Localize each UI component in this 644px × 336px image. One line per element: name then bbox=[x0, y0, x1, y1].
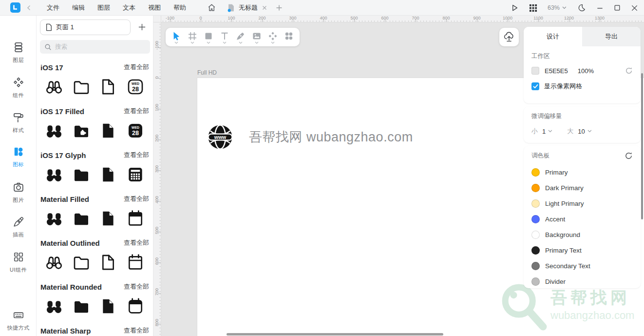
image-tool-chevron-icon[interactable] bbox=[255, 41, 259, 44]
binoculars-icon[interactable] bbox=[43, 207, 65, 230]
palette-item-light-primary[interactable]: Light Primary bbox=[531, 196, 633, 211]
zoom-control[interactable]: 63% bbox=[548, 4, 567, 11]
pen-tool-chevron-icon[interactable] bbox=[239, 41, 243, 44]
shape-tool[interactable] bbox=[203, 31, 214, 44]
shape-tool-chevron-icon[interactable] bbox=[207, 41, 210, 44]
palette-item-divider[interactable]: Divider bbox=[531, 274, 633, 289]
file-icon[interactable] bbox=[97, 75, 119, 99]
apps-grid-icon[interactable] bbox=[529, 4, 537, 12]
search-box[interactable] bbox=[40, 40, 150, 54]
binoculars-icon[interactable] bbox=[43, 295, 65, 318]
file-icon[interactable] bbox=[97, 207, 119, 230]
dark-mode-moon-icon[interactable] bbox=[577, 3, 586, 13]
menu-text[interactable]: 文本 bbox=[116, 0, 142, 16]
pen-tool[interactable] bbox=[235, 31, 246, 44]
tab-close-icon[interactable] bbox=[262, 5, 267, 10]
artboard-label[interactable]: Full HD bbox=[197, 69, 217, 76]
reset-workspace-icon[interactable] bbox=[625, 67, 633, 75]
image-tool[interactable] bbox=[251, 31, 263, 44]
select-tool[interactable] bbox=[170, 31, 182, 44]
folder-icon[interactable] bbox=[71, 75, 92, 99]
menu-edit[interactable]: 编辑 bbox=[66, 0, 91, 16]
tab-export[interactable]: 导出 bbox=[582, 27, 641, 46]
calendar-icon[interactable]: WED28 bbox=[125, 119, 146, 142]
calendar-icon[interactable] bbox=[125, 163, 146, 186]
view-all-link[interactable]: 查看全部 bbox=[124, 282, 149, 291]
calendar-icon[interactable]: WED28 bbox=[125, 75, 146, 99]
chevron-down-icon[interactable] bbox=[548, 130, 552, 133]
menu-layers[interactable]: 图层 bbox=[91, 0, 116, 16]
sidebar-item-ui-kits[interactable]: UI组件 bbox=[0, 251, 37, 274]
menu-help[interactable]: 帮助 bbox=[167, 0, 192, 16]
folder-icon[interactable] bbox=[71, 163, 92, 186]
view-all-link[interactable]: 查看全部 bbox=[124, 107, 149, 116]
add-page-icon[interactable] bbox=[138, 23, 146, 31]
text-tool-chevron-icon[interactable] bbox=[223, 41, 227, 44]
home-icon[interactable] bbox=[207, 3, 216, 12]
sidebar-item-images[interactable]: 图片 bbox=[0, 181, 37, 204]
document-tab[interactable]: 无标题 bbox=[223, 0, 271, 16]
folder-icon[interactable] bbox=[71, 295, 92, 318]
www-globe-icon[interactable]: www bbox=[207, 124, 233, 150]
folder-icon[interactable] bbox=[71, 207, 92, 230]
view-all-link[interactable]: 查看全部 bbox=[124, 238, 149, 247]
sidebar-item-icons[interactable]: 图标 bbox=[0, 145, 37, 168]
new-tab-icon[interactable] bbox=[276, 4, 283, 11]
sidebar-item-illustrations[interactable]: 插画 bbox=[0, 216, 37, 238]
folder-icon[interactable] bbox=[71, 251, 92, 274]
artboard-text[interactable]: 吾帮找网 wubangzhao.com bbox=[249, 128, 413, 146]
calendar-icon[interactable] bbox=[125, 251, 146, 274]
tab-design[interactable]: 设计 bbox=[524, 27, 582, 46]
sidebar-item-components[interactable]: 组件 bbox=[0, 76, 37, 99]
palette-item-primary-text[interactable]: Primary Text bbox=[531, 242, 633, 258]
component-tool[interactable] bbox=[267, 31, 279, 44]
workspace-color-hex[interactable]: E5E5E5 bbox=[545, 67, 568, 75]
vertical-scrollbar[interactable] bbox=[641, 73, 643, 219]
view-all-link[interactable]: 查看全部 bbox=[124, 195, 149, 203]
binoculars-icon[interactable] bbox=[43, 251, 65, 274]
workspace-opacity[interactable]: 100% bbox=[578, 67, 594, 75]
file-icon[interactable] bbox=[97, 119, 119, 142]
search-input[interactable] bbox=[55, 43, 138, 50]
palette-item-dark-primary[interactable]: Dark Primary bbox=[531, 180, 633, 196]
text-tool[interactable] bbox=[219, 31, 230, 44]
palette-item-background[interactable]: Background bbox=[531, 227, 633, 242]
file-icon[interactable] bbox=[97, 251, 119, 274]
file-icon[interactable] bbox=[97, 163, 119, 186]
workspace-color-swatch[interactable] bbox=[531, 67, 539, 75]
sidebar-item-shortcuts[interactable]: 快捷方式 bbox=[0, 309, 37, 332]
view-all-link[interactable]: 查看全部 bbox=[124, 63, 149, 72]
back-icon[interactable] bbox=[26, 5, 33, 11]
nudge-small-value[interactable]: 1 bbox=[542, 128, 546, 135]
palette-item-primary[interactable]: Primary bbox=[531, 164, 633, 180]
component-tool-chevron-icon[interactable] bbox=[271, 41, 275, 44]
page-selector[interactable]: 页面 1 bbox=[40, 20, 131, 35]
palette-item-accent[interactable]: Accent bbox=[531, 211, 633, 227]
binoculars-icon[interactable] bbox=[43, 163, 65, 186]
menu-file[interactable]: 文件 bbox=[40, 0, 66, 16]
view-all-link[interactable]: 查看全部 bbox=[124, 326, 149, 335]
close-icon[interactable] bbox=[631, 4, 638, 12]
refresh-palette-icon[interactable] bbox=[625, 152, 633, 160]
calendar-icon[interactable] bbox=[125, 207, 146, 230]
preview-play-icon[interactable] bbox=[510, 3, 519, 13]
file-icon[interactable] bbox=[97, 295, 119, 318]
sidebar-item-layers[interactable]: 图层 bbox=[0, 41, 37, 64]
maximize-icon[interactable] bbox=[614, 4, 621, 11]
folder-icon[interactable] bbox=[71, 119, 92, 142]
sidebar-item-styles[interactable]: 样式 bbox=[0, 111, 37, 134]
app-logo-icon[interactable] bbox=[10, 2, 20, 13]
binoculars-icon[interactable] bbox=[43, 119, 65, 142]
binoculars-icon[interactable] bbox=[43, 75, 65, 99]
frame-tool-chevron-icon[interactable] bbox=[190, 41, 194, 44]
chevron-down-icon[interactable] bbox=[587, 130, 592, 133]
palette-item-secondary-text[interactable]: Secondary Text bbox=[531, 258, 633, 274]
menu-view[interactable]: 视图 bbox=[142, 0, 167, 16]
minimize-icon[interactable] bbox=[596, 4, 604, 12]
horizontal-scrollbar[interactable] bbox=[227, 333, 443, 336]
calendar-icon[interactable] bbox=[125, 295, 146, 318]
share-upload-button[interactable] bbox=[499, 28, 519, 46]
pixel-grid-checkbox[interactable] bbox=[531, 82, 539, 90]
nudge-large-value[interactable]: 10 bbox=[578, 128, 585, 135]
icons8-tool[interactable] bbox=[283, 31, 295, 41]
